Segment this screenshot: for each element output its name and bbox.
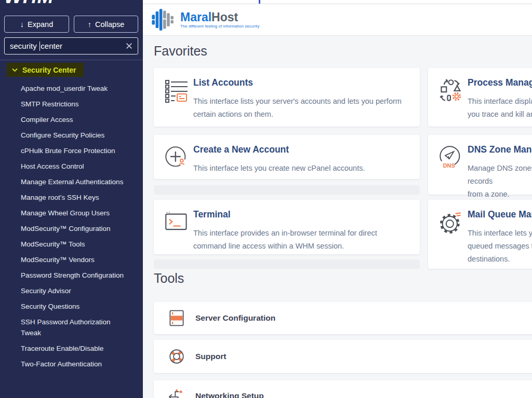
expand-button[interactable]: ↓ Expand: [4, 16, 69, 33]
favorite-card-title[interactable]: Terminal: [193, 209, 231, 220]
sidebar-item[interactable]: Manage External Authentications: [0, 174, 143, 189]
sidebar-item[interactable]: Password Strength Configuration: [0, 267, 143, 283]
sidebar-item[interactable]: ModSecurity™ Vendors: [0, 252, 143, 267]
sidebar-item[interactable]: Apache mod_userdir Tweak: [0, 80, 143, 96]
chevron-down-icon: [12, 68, 18, 72]
favorite-card-description: This interface lets you create new cPane…: [193, 162, 410, 175]
favorite-card-description: This interface lets you view, delete, an…: [468, 227, 532, 266]
sidebar-item[interactable]: Manage Wheel Group Users: [0, 205, 143, 221]
maralhost-logo-icon: [151, 7, 176, 33]
brand-name-secondary: Host: [211, 10, 238, 24]
favorite-card-description: This interface displays the status of th…: [468, 95, 532, 121]
favorite-card-process-manager[interactable]: Process Manager This interface displays …: [428, 68, 532, 127]
favorite-card-title[interactable]: Create a New Account: [193, 144, 289, 155]
sidebar-item[interactable]: Manage root's SSH Keys: [0, 189, 143, 205]
collapse-button-label: Collapse: [95, 20, 124, 29]
dns-zone-icon: DNS: [438, 145, 463, 170]
text-caret: [39, 42, 41, 51]
tool-label[interactable]: Networking Setup: [195, 391, 264, 398]
sidebar-item[interactable]: Two-Factor Authentication: [0, 356, 143, 372]
top-marker: [259, 0, 260, 4]
sidebar-menu: Apache mod_userdir Tweak SMTP Restrictio…: [0, 80, 143, 372]
tools-heading: Tools: [154, 271, 184, 286]
sidebar-item[interactable]: Host Access Control: [0, 158, 143, 174]
favorite-card-mail-queue-manager[interactable]: Mail Queue Manager This interface lets y…: [428, 200, 532, 269]
page-header: MaralHost The different feeling of infor…: [143, 0, 532, 36]
networking-setup-icon: [166, 386, 187, 398]
favorite-card-title[interactable]: List Accounts: [193, 77, 253, 88]
sidebar-item[interactable]: Compiler Access: [0, 112, 143, 127]
favorite-card-description: This interface provides an in-browser te…: [193, 227, 410, 253]
search-text-before-caret: security: [10, 42, 39, 50]
list-accounts-icon: [164, 78, 189, 103]
favorite-card-title[interactable]: Process Manager: [468, 77, 532, 88]
sidebar-item[interactable]: Security Questions: [0, 298, 143, 314]
favorite-card-title[interactable]: DNS Zone Manager: [468, 144, 532, 155]
sidebar-item[interactable]: Security Advisor: [0, 283, 143, 298]
arrow-up-icon: ↑: [88, 20, 91, 29]
mail-queue-icon: [438, 210, 463, 235]
section-label: Security Center: [22, 66, 76, 74]
create-account-icon: [164, 145, 189, 170]
favorite-card-title[interactable]: Mail Queue Manager: [468, 209, 532, 220]
main-content: MaralHost The different feeling of infor…: [143, 0, 532, 398]
sidebar-item[interactable]: Configure Security Policies: [0, 127, 143, 143]
tool-row-support[interactable]: Support: [154, 340, 532, 373]
sidebar-item[interactable]: SSH Password Authorization Tweak: [0, 314, 143, 340]
sidebar: WHM ↓ Expand ↑ Collapse security center …: [0, 0, 143, 398]
brand-tagline: The different feeling of information sec…: [180, 24, 259, 29]
support-icon: [166, 346, 187, 367]
sidebar-section-security-center[interactable]: Security Center: [7, 63, 84, 77]
favorite-card-terminal[interactable]: Terminal This interface provides an in-b…: [154, 200, 420, 254]
favorite-card-list-accounts[interactable]: List Accounts This interface lists your …: [154, 68, 420, 127]
favorite-card-description: This interface lists your server's accou…: [193, 95, 410, 121]
tool-label[interactable]: Support: [195, 352, 226, 361]
header-top-line: [143, 4, 532, 4]
whm-logo[interactable]: WHM: [4, 0, 72, 8]
brand-logo[interactable]: MaralHost The different feeling of infor…: [151, 7, 259, 33]
sidebar-item[interactable]: Traceroute Enable/Disable: [0, 340, 143, 356]
sidebar-item[interactable]: SMTP Restrictions: [0, 96, 143, 112]
search-text-after-caret: center: [41, 42, 62, 50]
brand-name-primary: Maral: [180, 10, 211, 24]
brand-text: MaralHost The different feeling of infor…: [180, 11, 259, 29]
card-ghost-bar: [154, 259, 420, 269]
expand-button-label: Expand: [28, 20, 53, 29]
card-ghost-bar: [154, 185, 420, 195]
svg-text:DNS: DNS: [443, 162, 455, 169]
favorites-heading: Favorites: [154, 44, 207, 59]
whm-logo-text: WHM: [4, 0, 72, 8]
sidebar-item[interactable]: ModSecurity™ Configuration: [0, 221, 143, 236]
sidebar-divider: [0, 60, 143, 60]
terminal-icon: [164, 210, 189, 235]
collapse-button[interactable]: ↑ Collapse: [74, 16, 138, 33]
process-manager-icon: [438, 78, 463, 103]
favorite-card-dns-zone-manager[interactable]: DNS DNS Zone Manager Manage DNS zones on…: [428, 135, 532, 195]
sidebar-search-input[interactable]: security center: [4, 37, 138, 54]
server-configuration-icon: [166, 308, 187, 328]
sidebar-item[interactable]: ModSecurity™ Tools: [0, 236, 143, 252]
favorite-card-description: Manage DNS zones on this server. You can…: [468, 162, 532, 201]
sidebar-item[interactable]: cPHulk Brute Force Protection: [0, 143, 143, 158]
arrow-down-icon: ↓: [20, 20, 24, 29]
clear-search-icon[interactable]: [126, 43, 132, 49]
favorite-card-create-account[interactable]: Create a New Account This interface lets…: [154, 135, 420, 179]
tool-row-server-configuration[interactable]: Server Configuration: [154, 302, 532, 334]
tool-label[interactable]: Server Configuration: [195, 313, 275, 323]
tool-row-networking-setup[interactable]: Networking Setup: [154, 380, 532, 398]
